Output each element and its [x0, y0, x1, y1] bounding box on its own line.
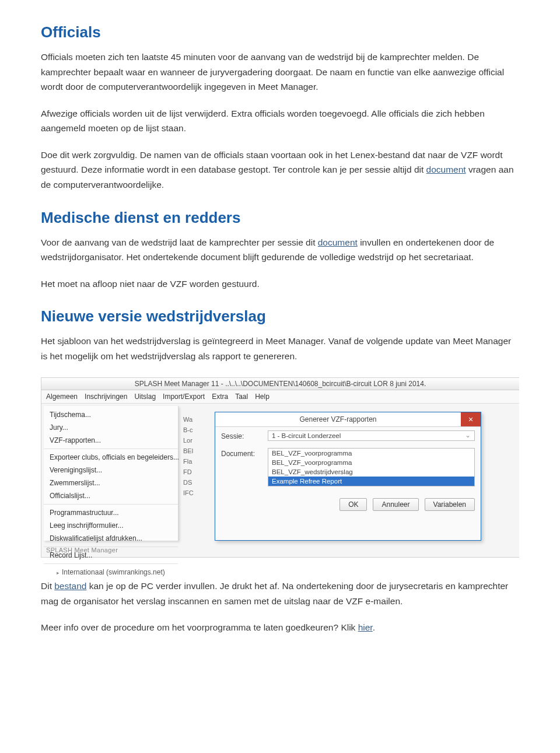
nieuw-p1: Het sjabloon van het wedstrijdverslag is… [41, 334, 519, 363]
menu-item-diskwalificatie[interactable]: Diskwalificatielijst afdrukken... [44, 532, 178, 545]
document-listbox[interactable]: BEL_VZF_voorprogramma BEL_VZF_voorprogra… [268, 448, 475, 486]
window-title: SPLASH Meet Manager 11 - ..\..\..\DOCUME… [41, 378, 519, 390]
col2-7: IFC [183, 488, 206, 498]
hier-link[interactable]: hier [358, 622, 373, 632]
heading-nieuw: Nieuwe versie wedstrijdverslag [41, 307, 519, 325]
col2-1: B-c [183, 425, 206, 435]
menu-item-officialslijst[interactable]: Officialslijst... [44, 489, 178, 502]
dialog-title: Genereer VZF-rapporten [215, 412, 461, 426]
menu-item-zwemmerslijst[interactable]: Zwemmerslijst... [44, 477, 178, 489]
col2-5: FD [183, 467, 206, 477]
menu-help[interactable]: Help [255, 393, 270, 401]
background-column: Wa B-c Lor BEl Fla FD DS IFC [178, 404, 209, 541]
bestand-link[interactable]: bestand [54, 581, 86, 591]
col2-3: BEl [183, 446, 206, 456]
menu-item-leeg-inschrijf[interactable]: Leeg inschrijfformulier... [44, 519, 178, 532]
meet-manager-screenshot: SPLASH Meet Manager 11 - ..\..\..\DOCUME… [41, 377, 519, 558]
medisch-p1: Voor de aanvang van de wedstrijd laat de… [41, 235, 519, 265]
doc-option-3[interactable]: Example Refree Report [268, 477, 474, 486]
menu-item-programmastructuur[interactable]: Programmastructuur... [44, 506, 178, 519]
document-link-1[interactable]: document [426, 164, 466, 174]
sessie-dropdown[interactable]: 1 - B-circuit Londerzeel [268, 430, 475, 441]
officials-p3: Doe dit werk zorgvuldig. De namen van de… [41, 148, 519, 192]
nieuw-p2b: kan je op de PC verder invullen. Je druk… [41, 581, 508, 606]
close-button[interactable]: × [461, 412, 481, 426]
menu-algemeen[interactable]: Algemeen [46, 393, 78, 401]
menu-import-export[interactable]: Import/Export [163, 393, 205, 401]
menu-taal[interactable]: Taal [235, 393, 248, 401]
col2-2: Lor [183, 435, 206, 446]
col2-6: DS [183, 477, 206, 488]
nieuw-p2: Dit bestand kan je op de PC verder invul… [41, 579, 519, 608]
vzf-rapporten-dialog: Genereer VZF-rapporten × Sessie: 1 - B-c… [215, 412, 481, 541]
menubar: Algemeen Inschrijvingen Uitslag Import/E… [41, 390, 519, 404]
cancel-button[interactable]: Annuleer [373, 498, 418, 511]
document-link-2[interactable]: document [318, 237, 358, 247]
menu-item-internationaal[interactable]: Internationaal (swimrankings.net) [44, 566, 178, 579]
menu-uitslag[interactable]: Uitslag [134, 393, 156, 401]
menu-extra[interactable]: Extra [212, 393, 228, 401]
heading-medisch: Medische dienst en redders [41, 209, 519, 227]
menu-inschrijvingen[interactable]: Inschrijvingen [85, 393, 127, 401]
ok-button[interactable]: OK [340, 498, 367, 511]
doc-option-0[interactable]: BEL_VZF_voorprogramma [268, 449, 474, 458]
menu-item-vzf-rapporten[interactable]: VZF-rapporten... [44, 434, 178, 447]
nieuw-p2a: Dit [41, 581, 54, 591]
sessie-label: Sessie: [221, 430, 268, 440]
col2-4: Fla [183, 456, 206, 467]
officials-p2: Afwezige officials worden uit de lijst v… [41, 106, 519, 136]
menu-item-verenigingslijst[interactable]: Verenigingslijst... [44, 464, 178, 477]
nieuw-p3b: . [373, 622, 375, 632]
variables-button[interactable]: Variabelen [425, 498, 475, 511]
menu-item-jury[interactable]: Jury... [44, 421, 178, 434]
doc-option-1[interactable]: BEL_VZF_voorprogramma [268, 458, 474, 467]
col2-0: Wa [183, 414, 206, 425]
menu-item-record-lijst[interactable]: Record Lijst... [44, 549, 178, 562]
menu-item-tijdschema[interactable]: Tijdschema... [44, 408, 178, 421]
dropdown-menu: Tijdschema... Jury... VZF-rapporten... E… [44, 406, 178, 541]
officials-p1: Officials moeten zich ten laatste 45 min… [41, 50, 519, 94]
heading-officials: Officials [41, 23, 519, 41]
nieuw-p3a: Meer info over de procedure om het voorp… [41, 622, 358, 632]
doc-option-2[interactable]: BEL_VZF_wedstrijdverslag [268, 467, 474, 477]
menu-item-exporteer[interactable]: Exporteer clubs, officials en begeleider… [44, 451, 178, 464]
medisch-p2: Het moet na afloop niet naar de VZF word… [41, 276, 519, 292]
medisch-p1a: Voor de aanvang van de wedstrijd laat de… [41, 237, 318, 247]
nieuw-p3: Meer info over de procedure om het voorp… [41, 620, 519, 635]
document-label: Document: [221, 448, 268, 458]
